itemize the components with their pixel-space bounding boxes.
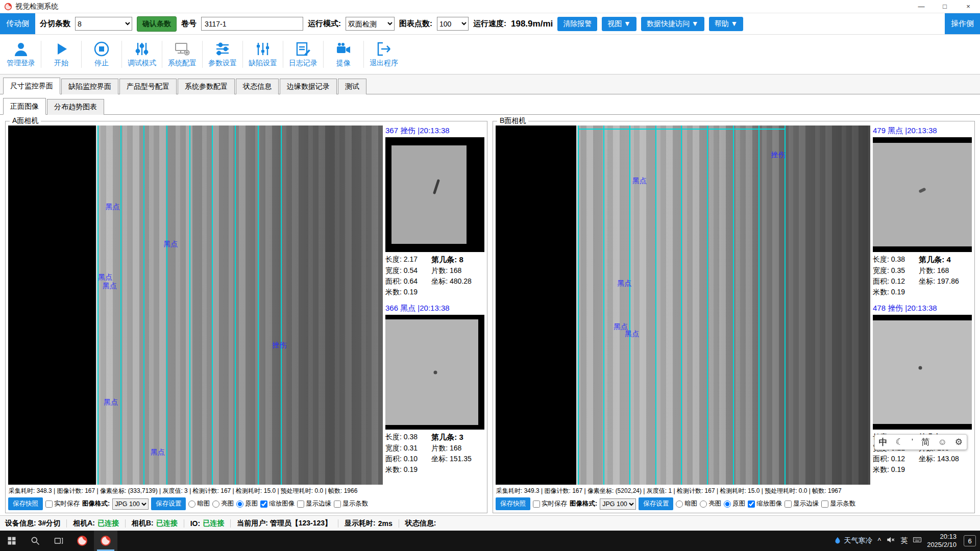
- show-count-checkbox[interactable]: 显示条数: [821, 499, 855, 508]
- realtime-save-checkbox[interactable]: 实时保存: [45, 499, 80, 508]
- camera-image-a[interactable]: 黑点黑点黑点黑点挫伤黑点黑点: [8, 126, 383, 485]
- main-area: A面相机 黑点黑点黑点黑点挫伤黑点黑点 367 挫伤 |20:13:38长度: …: [0, 115, 980, 515]
- show-count-input[interactable]: [821, 500, 828, 508]
- toolbar-button-7[interactable]: 日志记录: [284, 35, 322, 74]
- operate-side-button[interactable]: 操作侧: [945, 13, 980, 34]
- taskbar-app-icon[interactable]: [70, 531, 94, 551]
- realtime-save-checkbox[interactable]: 实时保存: [533, 499, 567, 508]
- tab-6[interactable]: 测试: [338, 79, 366, 94]
- original-image-radio[interactable]: 原图: [724, 499, 745, 508]
- close-button[interactable]: ×: [957, 0, 980, 13]
- cut-line-horizontal: [578, 129, 785, 130]
- zoom-image-checkbox[interactable]: 缩放图像: [748, 499, 782, 508]
- show-edge-checkbox[interactable]: 显示边缘: [785, 499, 819, 508]
- toolbar-button-6[interactable]: 缺陷设置: [244, 35, 282, 74]
- notification-center-badge[interactable]: 6: [964, 535, 976, 546]
- image-format-select[interactable]: JPG 100: [600, 498, 636, 510]
- debug-mode-icon: [134, 41, 150, 57]
- bright-image-input[interactable]: [212, 500, 219, 508]
- tab-0[interactable]: 尺寸监控界面: [3, 78, 60, 94]
- camera-image-b[interactable]: 挫伤黑点黑点黑点黑点: [496, 126, 870, 485]
- confirm-count-button[interactable]: 确认条数: [137, 16, 177, 32]
- search-button[interactable]: [23, 531, 47, 551]
- chart-points-select[interactable]: 100: [437, 17, 469, 31]
- toolbar-button-8[interactable]: 提像: [325, 35, 362, 74]
- task-view-button[interactable]: [47, 531, 70, 551]
- cut-line: [733, 126, 734, 485]
- defect-card[interactable]: 367 挫伤 |20:13:38长度: 2.17第几条: 8宽度: 0.54片数…: [385, 126, 484, 297]
- view-menu-button[interactable]: 视图 ▼: [602, 17, 636, 31]
- device-info: 设备信息: 3#分切: [5, 519, 60, 528]
- tab-3[interactable]: 系统参数配置: [178, 79, 235, 94]
- bright-image-input[interactable]: [700, 500, 707, 508]
- maximize-button[interactable]: □: [933, 0, 957, 13]
- weather-widget[interactable]: 天气寒冷: [833, 536, 873, 545]
- tab-2[interactable]: 产品型号配置: [119, 79, 177, 94]
- zoom-image-checkbox[interactable]: 缩放图像: [260, 499, 295, 508]
- dark-image-input[interactable]: [676, 500, 683, 508]
- minimize-button[interactable]: —: [910, 0, 933, 13]
- image-format-select[interactable]: JPG 100: [112, 498, 149, 510]
- touch-keyboard-icon[interactable]: [913, 535, 922, 546]
- toolbar-button-9[interactable]: 退出程序: [365, 35, 403, 74]
- run-mode-select[interactable]: 双面检测: [346, 17, 395, 31]
- ime-simplified-toggle[interactable]: 简: [921, 436, 930, 448]
- dark-image-radio[interactable]: 暗图: [676, 499, 697, 508]
- dark-image-input[interactable]: [188, 500, 195, 508]
- save-snapshot-button[interactable]: 保存快照: [496, 497, 530, 510]
- tray-expand-chevron[interactable]: ^: [878, 537, 881, 545]
- bright-image-radio[interactable]: 亮图: [212, 499, 234, 508]
- tab-4[interactable]: 状态信息: [236, 79, 279, 94]
- volume-muted-icon[interactable]: [886, 535, 895, 546]
- show-edge-checkbox[interactable]: 显示边缘: [297, 499, 331, 508]
- toolbar-button-1[interactable]: 开始: [42, 35, 80, 74]
- toolbar-button-5[interactable]: 参数设置: [204, 35, 241, 74]
- ime-fullwidth-moon-icon[interactable]: ☾: [896, 437, 903, 447]
- tab-5[interactable]: 边缘数据记录: [280, 79, 337, 94]
- defect-card[interactable]: 479 黑点 |20:13:38长度: 0.38第几条: 4宽度: 0.35片数…: [873, 126, 972, 297]
- defect-card[interactable]: 366 黑点 |20:13:38长度: 0.38第几条: 3宽度: 0.31片数…: [385, 303, 484, 474]
- ime-punctuation-toggle[interactable]: ’: [912, 437, 914, 447]
- realtime-save-input[interactable]: [45, 500, 53, 508]
- ime-emoji-button[interactable]: ☺: [938, 437, 947, 447]
- toolbar-button-0[interactable]: 管理登录: [2, 35, 40, 74]
- stat-width: 宽度: 0.31: [385, 444, 431, 453]
- save-settings-button[interactable]: 保存设置: [639, 497, 673, 510]
- original-image-input[interactable]: [236, 500, 243, 508]
- zoom-image-input[interactable]: [260, 500, 267, 508]
- tab-1[interactable]: 缺陷监控界面: [61, 79, 118, 94]
- realtime-save-label: 实时保存: [542, 499, 567, 508]
- taskbar-app-icon-active[interactable]: [94, 531, 117, 551]
- show-count-input[interactable]: [334, 500, 341, 508]
- help-menu-button[interactable]: 帮助 ▼: [709, 17, 744, 31]
- bright-image-radio[interactable]: 亮图: [700, 499, 721, 508]
- drive-side-button[interactable]: 传动侧: [0, 13, 35, 34]
- subtab-0[interactable]: 正面图像: [3, 98, 46, 115]
- show-edge-input[interactable]: [785, 500, 792, 508]
- taskbar-clock[interactable]: 20:13 2025/2/10: [927, 533, 957, 549]
- subtab-1[interactable]: 分布趋势图表: [47, 99, 104, 115]
- slit-count-select[interactable]: 8: [75, 17, 132, 31]
- toolbar-button-2[interactable]: 停止: [83, 35, 120, 74]
- ime-settings-gear-icon[interactable]: ⚙: [955, 437, 963, 447]
- run-mode-label: 运行模式:: [308, 19, 341, 29]
- original-image-radio[interactable]: 原图: [236, 499, 258, 508]
- input-language-indicator[interactable]: 英: [900, 536, 908, 545]
- show-count-checkbox[interactable]: 显示条数: [334, 499, 368, 508]
- toolbar-button-label: 系统配置: [168, 59, 197, 68]
- toolbar-button-3[interactable]: 调试模式: [123, 35, 161, 74]
- cut-line: [258, 126, 259, 485]
- ime-mode-toggle[interactable]: 中: [879, 436, 888, 448]
- roll-number-input[interactable]: [201, 17, 303, 31]
- save-settings-button[interactable]: 保存设置: [151, 497, 186, 510]
- realtime-save-input[interactable]: [533, 500, 540, 508]
- start-button[interactable]: [0, 531, 23, 551]
- zoom-image-input[interactable]: [748, 500, 755, 508]
- save-snapshot-button[interactable]: 保存快照: [8, 497, 43, 510]
- clear-alarm-button[interactable]: 清除报警: [557, 17, 597, 31]
- show-edge-input[interactable]: [297, 500, 304, 508]
- toolbar-button-4[interactable]: 系统配置: [163, 35, 201, 74]
- dark-image-radio[interactable]: 暗图: [188, 499, 210, 508]
- original-image-input[interactable]: [724, 500, 731, 508]
- data-quick-access-button[interactable]: 数据快捷访问 ▼: [641, 17, 704, 31]
